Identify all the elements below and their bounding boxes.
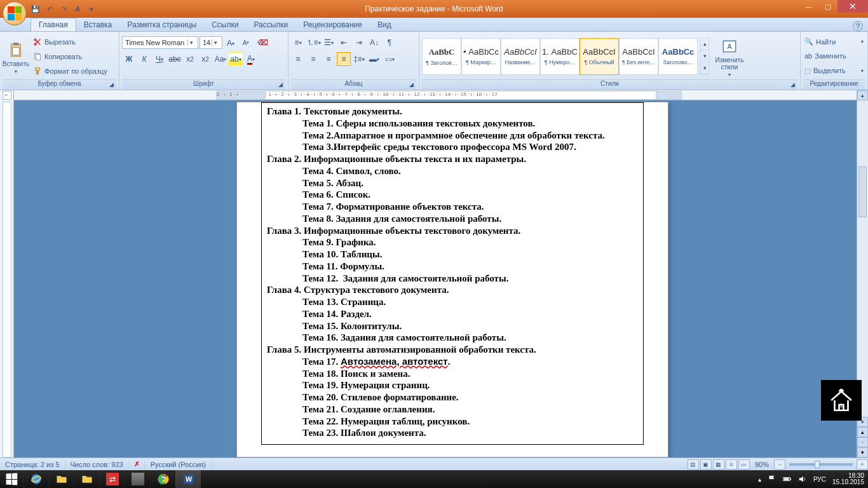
next-page-button[interactable]: ▾ <box>857 447 868 458</box>
language-indicator[interactable]: РУС <box>813 476 826 483</box>
style-item[interactable]: АаBbСсЗаголово… <box>658 38 698 75</box>
document-line[interactable]: Тема 21. Создание оглавления. <box>267 403 638 416</box>
style-item[interactable]: • АаBbСс¶ Маркир… <box>461 38 501 75</box>
show-marks-button[interactable]: ¶ <box>383 36 397 50</box>
align-right-button[interactable]: ≡ <box>322 52 336 66</box>
tray-expand-icon[interactable]: ▴ <box>758 476 761 483</box>
task-explorer[interactable] <box>48 470 74 488</box>
document-line[interactable]: Тема 19. Нумерация страниц. <box>267 379 638 391</box>
document-line[interactable]: Тема 9. Графика. <box>267 236 638 248</box>
document-line[interactable]: Тема 16. Задания для самостоятельной раб… <box>267 332 638 344</box>
zoom-slider[interactable] <box>789 463 853 466</box>
zoom-level[interactable]: 90% <box>751 461 773 468</box>
borders-button[interactable]: ▭▾ <box>383 52 397 66</box>
dialog-launcher-icon[interactable]: ◢ <box>789 81 796 89</box>
find-button[interactable]: 🔍Найти▾ <box>803 37 865 46</box>
sort-button[interactable]: A↓ <box>367 36 381 50</box>
document-line[interactable]: Глава 1. Текстовые документы. <box>267 105 638 118</box>
tab-references[interactable]: Ссылки <box>204 18 246 31</box>
undo-icon[interactable]: ↶ <box>43 3 56 15</box>
dialog-launcher-icon[interactable]: ◢ <box>107 81 115 89</box>
highlight-button[interactable]: ab▾ <box>229 52 243 66</box>
close-button[interactable]: ✕ <box>837 0 868 13</box>
dialog-launcher-icon[interactable]: ◢ <box>276 81 284 89</box>
document-line[interactable]: Глава 2. Информационные объекты текста и… <box>267 153 638 165</box>
document-line[interactable]: Тема 13. Страница. <box>267 296 638 308</box>
justify-button[interactable]: ≡ <box>337 52 351 66</box>
battery-icon[interactable] <box>783 475 792 484</box>
minimize-button[interactable]: — <box>799 0 818 13</box>
status-page[interactable]: Страница: 2 из 5 <box>0 461 65 468</box>
zoom-thumb[interactable] <box>815 461 820 468</box>
document-line[interactable]: Тема 18. Поиск и замена. <box>267 368 638 380</box>
document-line[interactable]: Глава 5. Инструменты автоматизированной … <box>267 344 638 356</box>
document-line[interactable]: Тема 3.Интерфейс среды текстового профес… <box>267 141 638 153</box>
bullets-button[interactable]: ≡▾ <box>291 36 305 50</box>
help-icon[interactable]: ? <box>853 21 863 31</box>
paste-button[interactable]: Вставить ▾ <box>3 33 29 79</box>
full-screen-view-button[interactable]: ▣ <box>700 459 712 470</box>
document-line[interactable]: Тема 22. Нумерация таблиц, рисунков. <box>267 416 638 428</box>
vertical-ruler[interactable]: ⌐ <box>0 90 14 458</box>
style-item[interactable]: АаBbСсIНазвание… <box>501 38 540 75</box>
flag-icon[interactable] <box>768 475 776 484</box>
format-painter-button[interactable]: Формат по образцу <box>32 66 109 76</box>
scroll-thumb[interactable] <box>858 166 867 217</box>
styles-scroll-down[interactable]: ▾ <box>701 50 709 62</box>
font-color-button[interactable]: A▾ <box>244 52 258 66</box>
qat-custom-icon[interactable]: A <box>71 3 84 15</box>
outline-view-button[interactable]: ≡ <box>726 459 737 470</box>
style-item[interactable]: АаBbСсI¶ Обычный <box>580 38 619 75</box>
document-line[interactable]: Тема 6. Список. <box>267 189 638 201</box>
bold-button[interactable]: Ж <box>122 52 136 66</box>
dialog-launcher-icon[interactable]: ◢ <box>407 81 415 89</box>
redo-icon[interactable]: ↷ <box>57 3 70 15</box>
page[interactable]: Глава 1. Текстовые документы.Тема 1. Сфе… <box>236 102 668 458</box>
task-app-misc[interactable] <box>125 470 150 488</box>
font-size-combo[interactable]: 14▾ <box>200 36 222 49</box>
document-line[interactable]: Тема 15. Колонтитулы. <box>267 320 638 332</box>
select-button[interactable]: ⬚Выделить▾ <box>803 66 865 76</box>
task-explorer-2[interactable] <box>74 470 99 488</box>
tab-review[interactable]: Рецензирование <box>295 18 370 31</box>
document-line[interactable]: Тема 14. Раздел. <box>267 308 638 320</box>
draft-view-button[interactable]: ▭ <box>738 459 750 470</box>
tray-clock[interactable]: 18:30 15.10.2015 <box>832 473 864 486</box>
zoom-out-button[interactable]: − <box>774 459 785 470</box>
document-line[interactable]: Тема 23. Шаблон документа. <box>267 427 638 439</box>
shrink-font-button[interactable]: A▾ <box>239 36 253 50</box>
volume-icon[interactable] <box>798 475 807 484</box>
italic-button[interactable]: К <box>137 52 151 66</box>
style-item[interactable]: АаBbСсI¶ Без инте… <box>619 38 658 75</box>
document-line[interactable]: Тема 8. Задания для самостоятельной рабо… <box>267 213 638 225</box>
tab-selector[interactable]: ⌐ <box>3 91 11 100</box>
align-center-button[interactable]: ≡ <box>306 52 320 66</box>
tab-insert[interactable]: Вставка <box>76 18 120 31</box>
document-scroll-area[interactable]: 2 · ı · 1 · ı · 1 · ı · 2 · ı · 3 · ı · … <box>14 90 857 458</box>
web-layout-view-button[interactable]: ▦ <box>713 459 724 470</box>
line-spacing-button[interactable]: ‡≡▾ <box>352 52 366 66</box>
tab-mailings[interactable]: Рассылки <box>246 18 295 31</box>
clear-formatting-button[interactable]: A⌫ <box>254 36 268 50</box>
superscript-button[interactable]: x2 <box>198 52 212 66</box>
document-line[interactable]: Тема 10. Таблицы. <box>267 248 638 261</box>
increase-indent-button[interactable]: ⇥ <box>352 36 366 50</box>
task-chrome[interactable] <box>150 470 175 488</box>
document-line[interactable]: Тема 1. Сферы использования текстовых до… <box>267 118 638 130</box>
start-button[interactable] <box>0 470 23 488</box>
copy-button[interactable]: Копировать <box>32 51 109 62</box>
status-proofing[interactable]: ✗ <box>129 460 146 468</box>
style-item[interactable]: АаВbС¶ Заголов… <box>422 38 461 75</box>
zoom-in-button[interactable]: + <box>857 459 868 470</box>
styles-scroll-up[interactable]: ▴ <box>701 39 709 51</box>
scroll-up-button[interactable]: ▴ <box>857 90 868 100</box>
cut-button[interactable]: Вырезать <box>32 37 109 47</box>
change-case-button[interactable]: Aa▾ <box>214 52 227 66</box>
print-layout-view-button[interactable]: ▤ <box>688 459 699 470</box>
replace-button[interactable]: abЗаменить <box>803 51 865 60</box>
document-line[interactable]: Глава 3. Информационные объекты текстово… <box>267 225 638 237</box>
save-icon[interactable]: 💾 <box>29 3 42 15</box>
overlay-home-icon[interactable]: 1 <box>821 380 862 421</box>
document-line[interactable]: Тема 7. Форматирование объектов текста. <box>267 201 638 213</box>
task-app-red[interactable]: ⇄ <box>99 470 125 488</box>
